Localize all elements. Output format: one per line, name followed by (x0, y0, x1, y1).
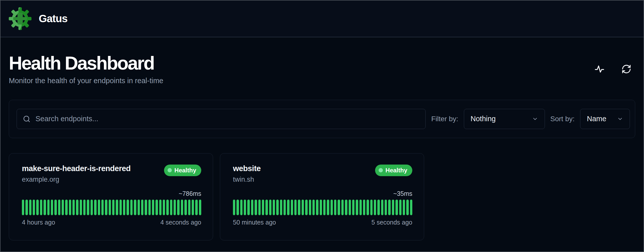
status-bar[interactable] (166, 200, 169, 215)
status-bar[interactable] (181, 200, 183, 215)
status-bar[interactable] (91, 200, 93, 215)
brand-link[interactable]: Gatus (8, 7, 67, 31)
status-bar[interactable] (284, 200, 286, 215)
status-bar[interactable] (399, 200, 401, 215)
status-bar[interactable] (341, 200, 344, 215)
status-bar[interactable] (240, 200, 243, 215)
status-bar[interactable] (155, 200, 158, 215)
status-bar[interactable] (331, 200, 333, 215)
status-bar[interactable] (392, 200, 394, 215)
status-bar[interactable] (170, 200, 172, 215)
status-bar[interactable] (395, 200, 398, 215)
status-bar[interactable] (130, 200, 133, 215)
status-bar[interactable] (327, 200, 329, 215)
status-bar[interactable] (338, 200, 340, 215)
status-bar[interactable] (298, 200, 300, 215)
status-bar[interactable] (312, 200, 315, 215)
status-bar[interactable] (44, 200, 46, 215)
status-bar[interactable] (345, 200, 347, 215)
status-bar[interactable] (233, 200, 235, 215)
sort-dropdown[interactable]: Name (580, 109, 630, 129)
status-bar[interactable] (40, 200, 42, 215)
status-bar[interactable] (410, 200, 412, 215)
refresh-button[interactable] (621, 64, 631, 74)
status-bar[interactable] (22, 200, 24, 215)
status-bar[interactable] (65, 200, 67, 215)
status-bar[interactable] (323, 200, 326, 215)
status-bar[interactable] (69, 200, 71, 215)
status-bar[interactable] (309, 200, 311, 215)
status-bar[interactable] (163, 200, 165, 215)
status-bar[interactable] (101, 200, 104, 215)
status-bar[interactable] (33, 200, 35, 215)
status-bar[interactable] (251, 200, 253, 215)
status-bar[interactable] (374, 200, 376, 215)
filter-dropdown[interactable]: Nothing (464, 109, 545, 129)
status-bar[interactable] (363, 200, 365, 215)
status-bar[interactable] (262, 200, 264, 215)
status-bar[interactable] (177, 200, 179, 215)
status-bar[interactable] (385, 200, 387, 215)
status-bar[interactable] (388, 200, 390, 215)
status-bar[interactable] (247, 200, 250, 215)
status-bar[interactable] (145, 200, 147, 215)
status-bar[interactable] (291, 200, 293, 215)
response-time-toggle-button[interactable] (594, 64, 605, 74)
status-bar[interactable] (83, 200, 86, 215)
status-bar[interactable] (265, 200, 268, 215)
status-bar[interactable] (359, 200, 362, 215)
status-bar[interactable] (352, 200, 354, 215)
status-bar[interactable] (127, 200, 129, 215)
status-bar[interactable] (29, 200, 31, 215)
status-bar[interactable] (134, 200, 136, 215)
status-bar[interactable] (36, 200, 38, 215)
status-bar[interactable] (305, 200, 307, 215)
status-bar[interactable] (105, 200, 107, 215)
status-bar[interactable] (159, 200, 162, 215)
status-bar[interactable] (287, 200, 289, 215)
status-bar[interactable] (174, 200, 176, 215)
status-bar[interactable] (370, 200, 373, 215)
status-bar[interactable] (255, 200, 257, 215)
status-bar[interactable] (119, 200, 122, 215)
status-bar[interactable] (316, 200, 318, 215)
status-bar[interactable] (320, 200, 322, 215)
status-bar[interactable] (87, 200, 89, 215)
status-bar[interactable] (192, 200, 194, 215)
status-bar[interactable] (244, 200, 246, 215)
status-bar[interactable] (406, 200, 409, 215)
status-bar[interactable] (58, 200, 60, 215)
search-box[interactable] (17, 109, 426, 129)
status-bar[interactable] (152, 200, 154, 215)
status-bar[interactable] (258, 200, 261, 215)
endpoint-name[interactable]: make-sure-header-is-rendered (22, 164, 131, 173)
status-bar[interactable] (148, 200, 151, 215)
status-bar[interactable] (94, 200, 96, 215)
status-bar[interactable] (403, 200, 405, 215)
search-input[interactable] (35, 115, 419, 123)
endpoint-name[interactable]: website (233, 164, 261, 173)
status-bar[interactable] (80, 200, 82, 215)
status-bar[interactable] (54, 200, 57, 215)
status-bar[interactable] (367, 200, 369, 215)
status-bar[interactable] (273, 200, 275, 215)
status-bar[interactable] (62, 200, 64, 215)
status-bar[interactable] (269, 200, 271, 215)
status-bar[interactable] (294, 200, 297, 215)
status-bar[interactable] (72, 200, 75, 215)
status-bar[interactable] (236, 200, 239, 215)
status-bar[interactable] (109, 200, 111, 215)
status-bar[interactable] (334, 200, 336, 215)
status-bar[interactable] (280, 200, 282, 215)
status-bar[interactable] (51, 200, 53, 215)
status-bar[interactable] (184, 200, 187, 215)
status-bar[interactable] (138, 200, 140, 215)
endpoint-card[interactable]: make-sure-header-is-rendered example.org… (9, 153, 213, 240)
status-bar[interactable] (188, 200, 190, 215)
status-bar[interactable] (276, 200, 278, 215)
status-bar[interactable] (76, 200, 78, 215)
endpoint-card[interactable]: website twin.sh Healthy ~35ms 50 minutes… (220, 153, 424, 240)
status-bar[interactable] (199, 200, 201, 215)
status-bar[interactable] (356, 200, 358, 215)
status-bar[interactable] (116, 200, 118, 215)
